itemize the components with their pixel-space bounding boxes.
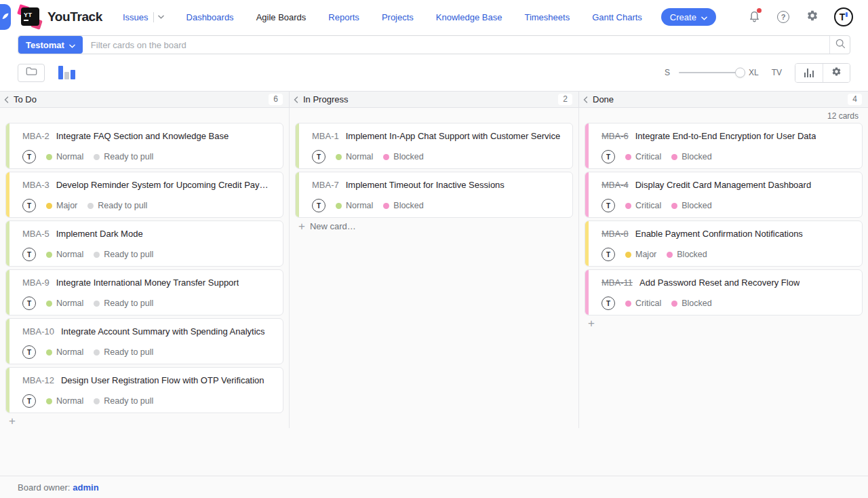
issue-card[interactable]: MBA-7 Implement Timeout for Inactive Ses… <box>295 172 573 218</box>
assignee-avatar[interactable]: T <box>601 296 615 310</box>
add-card-button[interactable]: + <box>5 417 283 426</box>
search-button[interactable] <box>829 36 850 54</box>
assignee-avatar[interactable]: T <box>601 150 615 164</box>
issue-card[interactable]: MBA-1 Implement In-App Chat Support with… <box>295 123 573 169</box>
issue-card[interactable]: MBA-6 Integrate End-to-End Encryption fo… <box>585 123 863 169</box>
state-tag[interactable]: Blocked <box>383 152 423 161</box>
board-chart-toggle-icon[interactable] <box>58 66 75 79</box>
assignee-avatar[interactable]: T <box>312 150 326 164</box>
state-tag[interactable]: Ready to pull <box>94 250 153 259</box>
assignee-avatar[interactable]: T <box>22 394 36 408</box>
card-title[interactable]: Design User Registration Flow with OTP V… <box>61 375 264 385</box>
state-tag[interactable]: Blocked <box>671 152 711 161</box>
assignee-avatar[interactable]: T <box>601 199 615 212</box>
priority-tag[interactable]: Normal <box>336 201 373 210</box>
card-title[interactable]: Develop Reminder System for Upcoming Cre… <box>56 180 273 190</box>
nav-item-timesheets[interactable]: Timesheets <box>524 12 570 22</box>
priority-tag[interactable]: Normal <box>46 347 83 357</box>
create-button[interactable]: Create <box>661 8 716 26</box>
quick-notes-button[interactable] <box>0 4 11 30</box>
add-card-button[interactable]: + New card… <box>295 221 573 231</box>
priority-tag[interactable]: Normal <box>46 396 83 406</box>
priority-tag[interactable]: Critical <box>625 201 661 210</box>
state-tag[interactable]: Blocked <box>667 250 707 259</box>
issue-card[interactable]: MBA-11 Add Password Reset and Recovery F… <box>585 269 863 315</box>
card-id[interactable]: MBA-4 <box>601 180 629 190</box>
nav-item-projects[interactable]: Projects <box>382 12 414 22</box>
nav-item-agile-boards[interactable]: Agile Boards <box>256 12 307 22</box>
card-id[interactable]: MBA-6 <box>601 131 629 141</box>
slider-handle[interactable] <box>735 68 745 78</box>
sprint-folder-button[interactable] <box>18 64 45 82</box>
issue-card[interactable]: MBA-2 Integrate FAQ Section and Knowledg… <box>5 123 283 169</box>
card-title[interactable]: Implement In-App Chat Support with Custo… <box>346 131 560 141</box>
card-id[interactable]: MBA-10 <box>22 326 54 337</box>
priority-tag[interactable]: Major <box>46 201 77 210</box>
youtrack-logo[interactable]: YT <box>20 7 41 27</box>
tv-mode-button[interactable]: TV <box>772 68 782 77</box>
card-id[interactable]: MBA-7 <box>312 180 339 190</box>
issue-card[interactable]: MBA-10 Integrate Account Summary with Sp… <box>5 318 283 364</box>
column-header[interactable]: To Do 6 <box>0 92 290 107</box>
assignee-avatar[interactable]: T <box>22 345 36 359</box>
state-tag[interactable]: Blocked <box>383 201 423 210</box>
priority-tag[interactable]: Normal <box>46 299 83 308</box>
card-title[interactable]: Integrate End-to-End Encryption for User… <box>635 131 816 141</box>
card-id[interactable]: MBA-12 <box>22 375 54 385</box>
assignee-avatar[interactable]: T <box>22 150 36 164</box>
issue-card[interactable]: MBA-3 Develop Reminder System for Upcomi… <box>5 172 283 218</box>
priority-tag[interactable]: Normal <box>46 250 83 259</box>
assignee-avatar[interactable]: T <box>601 248 615 261</box>
state-tag[interactable]: Ready to pull <box>94 152 153 161</box>
card-size-slider[interactable] <box>679 72 740 73</box>
state-tag[interactable]: Ready to pull <box>87 201 147 210</box>
issue-card[interactable]: MBA-5 Implement Dark Mode T Normal Ready… <box>5 221 283 267</box>
state-tag[interactable]: Blocked <box>671 299 711 308</box>
card-title[interactable]: Integrate FAQ Section and Knowledge Base <box>56 131 229 141</box>
card-title[interactable]: Implement Dark Mode <box>56 229 143 239</box>
card-id[interactable]: MBA-1 <box>312 131 339 141</box>
nav-dropdown[interactable] <box>153 12 164 22</box>
issue-card[interactable]: MBA-4 Display Credit Card Management Das… <box>585 172 863 218</box>
add-card-button[interactable]: + <box>585 319 863 328</box>
collapse-column-icon[interactable] <box>4 96 9 103</box>
card-title[interactable]: Add Password Reset and Recovery Flow <box>639 277 800 288</box>
priority-tag[interactable]: Normal <box>336 152 373 161</box>
priority-tag[interactable]: Normal <box>46 152 83 161</box>
card-id[interactable]: MBA-8 <box>601 229 629 239</box>
nav-item-issues[interactable]: Issues <box>123 12 164 22</box>
state-tag[interactable]: Ready to pull <box>94 347 153 357</box>
issue-card[interactable]: MBA-9 Integrate International Money Tran… <box>5 269 283 315</box>
collapse-column-icon[interactable] <box>583 96 588 103</box>
state-tag[interactable]: Ready to pull <box>94 396 153 406</box>
user-avatar[interactable]: T <box>834 7 853 26</box>
burndown-chart-button[interactable] <box>795 64 823 82</box>
priority-tag[interactable]: Critical <box>625 152 661 161</box>
card-id[interactable]: MBA-11 <box>601 277 633 288</box>
card-id[interactable]: MBA-9 <box>22 277 50 288</box>
card-title[interactable]: Integrate International Money Transfer S… <box>56 277 239 288</box>
assignee-avatar[interactable]: T <box>22 296 36 310</box>
nav-item-knowledge-base[interactable]: Knowledge Base <box>436 12 502 22</box>
assignee-avatar[interactable]: T <box>22 248 36 261</box>
priority-tag[interactable]: Critical <box>625 299 661 308</box>
card-id[interactable]: MBA-5 <box>22 229 50 239</box>
issue-card[interactable]: MBA-12 Design User Registration Flow wit… <box>5 367 283 413</box>
help-button[interactable]: ? <box>776 9 791 24</box>
filter-input[interactable] <box>83 36 829 54</box>
card-title[interactable]: Enable Payment Confirmation Notification… <box>635 229 803 239</box>
state-tag[interactable]: Blocked <box>671 201 711 210</box>
nav-item-dashboards[interactable]: Dashboards <box>186 12 234 22</box>
card-title[interactable]: Integrate Account Summary with Spending … <box>61 326 265 337</box>
card-id[interactable]: MBA-2 <box>22 131 50 141</box>
nav-item-reports[interactable]: Reports <box>328 12 359 22</box>
collapse-column-icon[interactable] <box>294 96 298 103</box>
settings-button[interactable] <box>805 9 820 24</box>
assignee-avatar[interactable]: T <box>312 199 326 212</box>
board-owner-link[interactable]: admin <box>73 482 98 493</box>
notifications-button[interactable] <box>747 9 762 24</box>
priority-tag[interactable]: Major <box>625 250 656 259</box>
board-settings-button[interactable] <box>823 64 850 82</box>
card-title[interactable]: Display Credit Card Management Dashboard <box>635 180 811 190</box>
state-tag[interactable]: Ready to pull <box>94 299 153 308</box>
